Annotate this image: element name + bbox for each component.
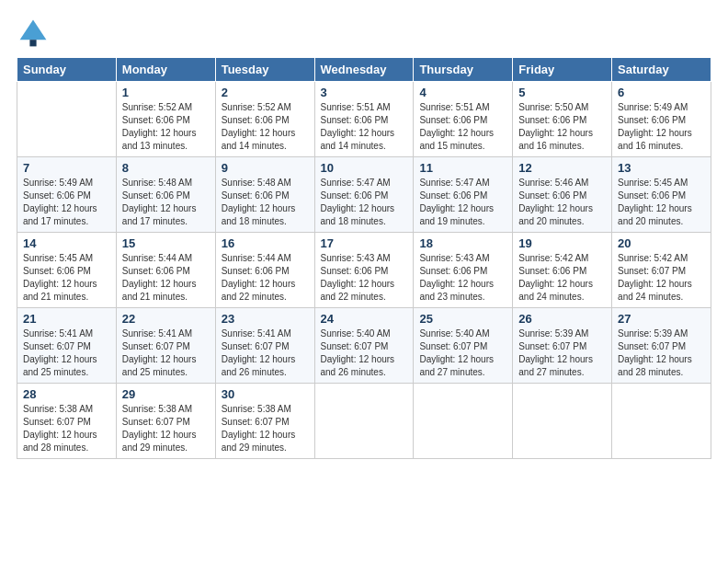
day-number: 10 <box>321 161 408 175</box>
week-row-1: 1Sunrise: 5:52 AM Sunset: 6:06 PM Daylig… <box>17 82 711 157</box>
day-detail: Sunrise: 5:51 AM Sunset: 6:06 PM Dayligh… <box>419 101 506 153</box>
day-number: 8 <box>122 161 210 175</box>
day-number: 15 <box>122 236 210 250</box>
day-number: 24 <box>321 312 408 326</box>
day-detail: Sunrise: 5:46 AM Sunset: 6:06 PM Dayligh… <box>518 177 606 228</box>
day-number: 29 <box>122 387 210 401</box>
day-number: 11 <box>419 161 506 175</box>
day-detail: Sunrise: 5:38 AM Sunset: 6:07 PM Dayligh… <box>222 403 309 454</box>
day-detail: Sunrise: 5:44 AM Sunset: 6:06 PM Dayligh… <box>122 252 210 304</box>
day-cell: 1Sunrise: 5:52 AM Sunset: 6:06 PM Daylig… <box>116 82 215 157</box>
day-number: 27 <box>618 312 705 326</box>
day-cell: 3Sunrise: 5:51 AM Sunset: 6:06 PM Daylig… <box>314 82 414 157</box>
day-number: 16 <box>222 236 309 250</box>
day-number: 9 <box>222 161 309 175</box>
day-detail: Sunrise: 5:40 AM Sunset: 6:07 PM Dayligh… <box>419 327 506 379</box>
day-cell: 4Sunrise: 5:51 AM Sunset: 6:06 PM Daylig… <box>414 82 513 157</box>
day-detail: Sunrise: 5:51 AM Sunset: 6:06 PM Dayligh… <box>321 101 408 153</box>
day-cell: 27Sunrise: 5:39 AM Sunset: 6:07 PM Dayli… <box>612 308 711 384</box>
day-detail: Sunrise: 5:45 AM Sunset: 6:06 PM Dayligh… <box>23 252 110 304</box>
day-cell: 22Sunrise: 5:41 AM Sunset: 6:07 PM Dayli… <box>116 308 215 384</box>
week-row-3: 14Sunrise: 5:45 AM Sunset: 6:06 PM Dayli… <box>17 233 711 308</box>
day-number: 22 <box>122 312 210 326</box>
svg-rect-2 <box>29 40 36 46</box>
day-number: 12 <box>518 161 606 175</box>
day-detail: Sunrise: 5:41 AM Sunset: 6:07 PM Dayligh… <box>222 327 309 379</box>
day-number: 30 <box>222 387 309 401</box>
day-cell: 8Sunrise: 5:48 AM Sunset: 6:06 PM Daylig… <box>116 157 215 233</box>
svg-marker-1 <box>20 20 47 40</box>
col-header-monday: Monday <box>116 58 215 82</box>
day-detail: Sunrise: 5:38 AM Sunset: 6:07 PM Dayligh… <box>23 403 110 454</box>
day-detail: Sunrise: 5:49 AM Sunset: 6:06 PM Dayligh… <box>23 177 110 228</box>
day-detail: Sunrise: 5:39 AM Sunset: 6:07 PM Dayligh… <box>618 327 705 379</box>
day-number: 23 <box>222 312 309 326</box>
col-header-thursday: Thursday <box>414 58 513 82</box>
day-number: 19 <box>518 236 606 250</box>
day-number: 25 <box>419 312 506 326</box>
day-detail: Sunrise: 5:47 AM Sunset: 6:06 PM Dayligh… <box>321 177 408 228</box>
day-detail: Sunrise: 5:47 AM Sunset: 6:06 PM Dayligh… <box>419 177 506 228</box>
day-detail: Sunrise: 5:52 AM Sunset: 6:06 PM Dayligh… <box>122 101 210 153</box>
day-cell: 19Sunrise: 5:42 AM Sunset: 6:06 PM Dayli… <box>513 233 612 308</box>
day-cell: 21Sunrise: 5:41 AM Sunset: 6:07 PM Dayli… <box>17 308 117 384</box>
calendar-table: SundayMondayTuesdayWednesdayThursdayFrid… <box>17 57 711 459</box>
logo-icon <box>17 17 50 50</box>
day-cell: 29Sunrise: 5:38 AM Sunset: 6:07 PM Dayli… <box>116 384 215 459</box>
day-detail: Sunrise: 5:42 AM Sunset: 6:06 PM Dayligh… <box>518 252 606 304</box>
day-cell <box>17 82 117 157</box>
day-cell <box>314 384 414 459</box>
day-cell: 11Sunrise: 5:47 AM Sunset: 6:06 PM Dayli… <box>414 157 513 233</box>
day-cell: 23Sunrise: 5:41 AM Sunset: 6:07 PM Dayli… <box>215 308 314 384</box>
day-cell: 24Sunrise: 5:40 AM Sunset: 6:07 PM Dayli… <box>314 308 414 384</box>
day-detail: Sunrise: 5:40 AM Sunset: 6:07 PM Dayligh… <box>321 327 408 379</box>
day-cell: 16Sunrise: 5:44 AM Sunset: 6:06 PM Dayli… <box>215 233 314 308</box>
day-number: 26 <box>518 312 606 326</box>
header-row: SundayMondayTuesdayWednesdayThursdayFrid… <box>17 58 711 82</box>
day-cell: 30Sunrise: 5:38 AM Sunset: 6:07 PM Dayli… <box>215 384 314 459</box>
day-detail: Sunrise: 5:38 AM Sunset: 6:07 PM Dayligh… <box>122 403 210 454</box>
day-detail: Sunrise: 5:45 AM Sunset: 6:06 PM Dayligh… <box>618 177 705 228</box>
day-detail: Sunrise: 5:48 AM Sunset: 6:06 PM Dayligh… <box>122 177 210 228</box>
day-cell: 28Sunrise: 5:38 AM Sunset: 6:07 PM Dayli… <box>17 384 117 459</box>
day-cell: 7Sunrise: 5:49 AM Sunset: 6:06 PM Daylig… <box>17 157 117 233</box>
day-number: 21 <box>23 312 110 326</box>
day-cell: 9Sunrise: 5:48 AM Sunset: 6:06 PM Daylig… <box>215 157 314 233</box>
day-detail: Sunrise: 5:50 AM Sunset: 6:06 PM Dayligh… <box>518 101 606 153</box>
col-header-tuesday: Tuesday <box>215 58 314 82</box>
day-cell: 13Sunrise: 5:45 AM Sunset: 6:06 PM Dayli… <box>612 157 711 233</box>
day-number: 18 <box>419 236 506 250</box>
week-row-4: 21Sunrise: 5:41 AM Sunset: 6:07 PM Dayli… <box>17 308 711 384</box>
day-cell <box>612 384 711 459</box>
day-detail: Sunrise: 5:52 AM Sunset: 6:06 PM Dayligh… <box>222 101 309 153</box>
day-number: 20 <box>618 236 705 250</box>
day-detail: Sunrise: 5:49 AM Sunset: 6:06 PM Dayligh… <box>618 101 705 153</box>
col-header-sunday: Sunday <box>17 58 117 82</box>
day-number: 6 <box>618 86 705 99</box>
day-cell: 2Sunrise: 5:52 AM Sunset: 6:06 PM Daylig… <box>215 82 314 157</box>
day-cell: 12Sunrise: 5:46 AM Sunset: 6:06 PM Dayli… <box>513 157 612 233</box>
day-cell: 20Sunrise: 5:42 AM Sunset: 6:07 PM Dayli… <box>612 233 711 308</box>
col-header-friday: Friday <box>513 58 612 82</box>
day-detail: Sunrise: 5:41 AM Sunset: 6:07 PM Dayligh… <box>122 327 210 379</box>
day-cell: 6Sunrise: 5:49 AM Sunset: 6:06 PM Daylig… <box>612 82 711 157</box>
day-detail: Sunrise: 5:41 AM Sunset: 6:07 PM Dayligh… <box>23 327 110 379</box>
day-cell <box>414 384 513 459</box>
week-row-5: 28Sunrise: 5:38 AM Sunset: 6:07 PM Dayli… <box>17 384 711 459</box>
col-header-saturday: Saturday <box>612 58 711 82</box>
header <box>17 17 711 50</box>
day-detail: Sunrise: 5:42 AM Sunset: 6:07 PM Dayligh… <box>618 252 705 304</box>
day-cell: 14Sunrise: 5:45 AM Sunset: 6:06 PM Dayli… <box>17 233 117 308</box>
day-cell <box>513 384 612 459</box>
day-number: 2 <box>222 86 309 99</box>
day-number: 1 <box>122 86 210 99</box>
day-number: 7 <box>23 161 110 175</box>
week-row-2: 7Sunrise: 5:49 AM Sunset: 6:06 PM Daylig… <box>17 157 711 233</box>
day-number: 5 <box>518 86 606 99</box>
day-number: 14 <box>23 236 110 250</box>
day-number: 17 <box>321 236 408 250</box>
day-cell: 10Sunrise: 5:47 AM Sunset: 6:06 PM Dayli… <box>314 157 414 233</box>
day-detail: Sunrise: 5:43 AM Sunset: 6:06 PM Dayligh… <box>321 252 408 304</box>
day-number: 3 <box>321 86 408 99</box>
page: SundayMondayTuesdayWednesdayThursdayFrid… <box>0 0 728 563</box>
